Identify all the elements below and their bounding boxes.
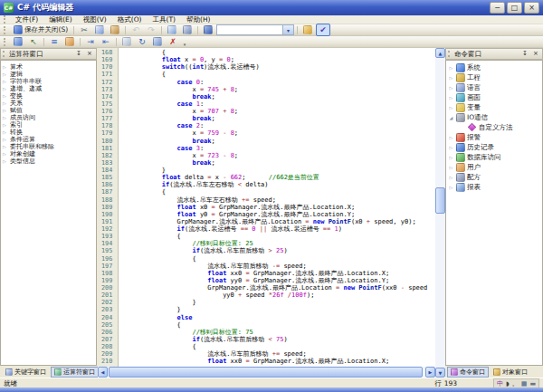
menu-item[interactable]: 格式(O) (112, 15, 148, 24)
vertical-scrollbar-thumb[interactable] (435, 187, 445, 214)
cut-button[interactable]: ✂ (77, 24, 91, 36)
toolbar-separator (297, 26, 298, 34)
code-editor[interactable]: { float x = 0, y = 0; switch((int)流水线.装运… (119, 48, 435, 367)
menu-item[interactable]: 帮助(H) (181, 15, 216, 24)
menu-item[interactable]: 文件(F) (10, 15, 43, 24)
command-item[interactable]: ▷画面 (446, 92, 542, 102)
tab-object-window[interactable]: 对象窗口 (490, 367, 531, 378)
scroll-left-icon[interactable]: ◀ (98, 367, 108, 378)
export-button[interactable] (150, 35, 165, 48)
tab-command-window[interactable]: 命令窗口 (447, 367, 489, 378)
right-bottom-tabs: 命令窗口对象窗口 (445, 366, 543, 378)
close-button[interactable]: × (524, 2, 539, 14)
application-window: C# C# 代码编辑器 − □ × 文件(F)编辑(E)视图(V)格式(O)工具… (0, 0, 543, 392)
copy-button[interactable] (92, 24, 107, 36)
outline-list-button[interactable]: ≡ (47, 35, 62, 48)
chevron-down-icon[interactable]: ▾ (282, 25, 293, 34)
new-window-button[interactable] (119, 35, 134, 48)
toolbar-separator (116, 38, 117, 46)
undo-button[interactable]: ↶ (129, 24, 143, 36)
close-icon[interactable]: × (85, 50, 94, 59)
menu-item[interactable]: 编辑(E) (43, 15, 78, 24)
blank-window-icon (122, 37, 131, 46)
command-item-label: 报警 (467, 133, 481, 142)
code-line: float y0 = GrpManager.流水线.最终产品.Location.… (131, 211, 435, 218)
code-line: else (131, 314, 435, 321)
code-line: break; (131, 159, 435, 167)
pin-icon[interactable]: ↧ (74, 50, 83, 59)
scroll-up-icon[interactable]: ▲ (435, 48, 445, 58)
command-item[interactable]: ▷语言 (446, 82, 542, 92)
line-number: 183 (100, 159, 118, 167)
print-preview-icon (167, 25, 176, 34)
code-line: break; (131, 93, 435, 100)
command-item[interactable]: 自定义方法 (446, 122, 542, 132)
tab-label: 关键字窗口 (14, 368, 46, 377)
operator-item[interactable]: ▷类型信息 (1, 158, 96, 165)
chevron-right-icon: ▷ (448, 95, 454, 100)
command-item[interactable]: ▷报警 (446, 132, 542, 142)
paste-button[interactable] (108, 24, 122, 36)
command-item[interactable]: ▷报表 (446, 182, 542, 192)
refresh-button[interactable]: ↻ (135, 35, 149, 48)
clipboard-icon (110, 25, 119, 34)
command-item-label: IO通信 (467, 113, 488, 122)
outdent-button[interactable]: ⇤ (99, 35, 113, 48)
clear-search-button[interactable]: ✗ (166, 35, 180, 48)
select-pointer-button[interactable]: ↖ (26, 35, 41, 48)
line-number: 196 (100, 255, 118, 263)
print-preview-button[interactable] (165, 24, 179, 36)
save-and-close-button[interactable]: 保存并关闭(S) (11, 24, 71, 36)
pin-icon[interactable]: ↧ (520, 50, 529, 59)
printer-icon (183, 25, 192, 34)
code-line: if(流水线.装运槽号 == 0 || 流水线.装运槽号 == 1) (131, 225, 435, 233)
sort-button[interactable] (62, 35, 77, 48)
print-button[interactable] (180, 24, 195, 36)
redo-button[interactable]: ↷ (144, 24, 158, 36)
indent-button[interactable]: ⇥ (83, 35, 98, 48)
chevron-right-icon: ▷ (3, 108, 8, 113)
command-item[interactable]: ▷系统 (446, 62, 542, 72)
tab-keyword-window[interactable]: 关键字窗口 (2, 367, 50, 378)
search-icon (204, 25, 213, 34)
code-line: break; (131, 115, 435, 122)
code-line: case 2: (131, 122, 435, 129)
code-line: x = 745 + 8; (131, 86, 435, 93)
maximize-button[interactable]: □ (507, 2, 522, 14)
tab-label: 命令窗口 (460, 368, 485, 377)
chevron-right-icon: ▷ (3, 79, 8, 84)
code-line: { (131, 343, 435, 350)
code-line: x = 707 + 8; (131, 108, 435, 115)
search-combobox[interactable]: ▾ (216, 24, 294, 35)
find-button[interactable] (201, 24, 215, 36)
close-icon[interactable]: × (531, 50, 540, 59)
line-number: 192 (100, 225, 118, 233)
tab-operator-window[interactable]: 运算符窗口 (51, 367, 99, 378)
toolbar-overflow-icon[interactable]: ▾ (181, 36, 188, 47)
line-number: 195 (100, 247, 118, 254)
line-number: 174 (100, 93, 118, 100)
code-line: { (131, 49, 435, 56)
code-line: { (131, 188, 435, 196)
scroll-down-icon[interactable]: ▼ (435, 368, 445, 378)
command-item[interactable]: ▷工程 (446, 72, 542, 82)
indent-icon: ⇥ (86, 37, 95, 46)
chevron-right-icon: ▷ (448, 185, 454, 190)
line-number: 186 (100, 181, 118, 188)
command-item[interactable]: ◢IO通信 (446, 112, 542, 122)
command-item[interactable]: ▷用户 (446, 162, 542, 172)
insert-window-button[interactable] (11, 35, 25, 48)
syntax-check-button[interactable]: ✔ (316, 24, 330, 36)
scroll-right-icon[interactable]: ▶ (425, 367, 435, 378)
open-file-button[interactable] (300, 24, 315, 36)
command-item[interactable]: ▷配方 (446, 172, 542, 182)
command-item[interactable]: ▷历史记录 (446, 142, 542, 152)
code-line: GrpManager.流水线.最终产品.Location = new Point… (131, 284, 435, 292)
menu-item[interactable]: 视图(V) (78, 15, 112, 24)
minimize-button[interactable]: − (490, 2, 505, 14)
command-item[interactable]: ▷数据库访问 (446, 152, 542, 162)
horizontal-scrollbar-thumb[interactable] (109, 367, 423, 378)
menu-item[interactable]: 工具(T) (148, 15, 181, 24)
tab-command-window-icon (451, 368, 458, 376)
command-item[interactable]: ▷变量 (446, 102, 542, 112)
